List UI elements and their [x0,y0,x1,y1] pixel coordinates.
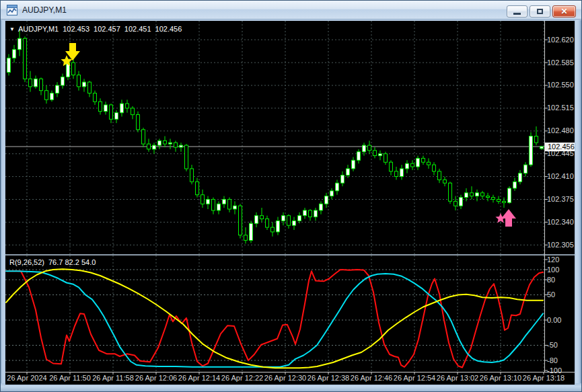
restore-button[interactable] [530,5,550,17]
candle-body [34,79,38,87]
candle-body [158,141,161,145]
candle-body [400,169,404,177]
ohlc-close: 102.456 [155,25,182,33]
candle-body [115,113,118,120]
candle-body [153,145,156,149]
candle-body [217,204,221,210]
candle-body [476,193,479,196]
time-axis-label: 26 Apr 12:22 [221,374,263,382]
chart-client-area: ▼AUDJPY,M1102.453102.457102.451102.456 R… [5,21,575,385]
candle-body [411,163,414,167]
candle-body [77,75,81,87]
candle-body [7,58,11,72]
minimize-button[interactable] [507,5,528,17]
oscillator-axis-label: 50 [547,290,555,299]
minimize-icon [513,13,521,15]
candle-body [293,221,296,225]
candle-body [260,216,264,219]
candle-body [239,206,242,235]
candle-body [61,77,65,85]
time-axis-label: 26 Apr 13:02 [437,374,478,382]
indicator-name: R(9,26,52) [9,258,44,266]
candle-body [347,169,350,175]
candle-body [271,227,275,232]
candle-body [13,50,16,58]
candle-body [212,200,215,211]
oscillator-axis-label: 100 [547,266,559,274]
time-axis-label: 26 Apr 12:14 [178,374,220,382]
candle-body [363,145,366,152]
indicator-label: R(9,26,52)76.7 82.2 54.0 [9,258,100,266]
candle-body [83,82,86,87]
candle-body [110,105,113,119]
candle-body [18,38,22,49]
candle-body [196,182,199,194]
candle-body [277,221,280,232]
time-axis-label: 26 Apr 13:18 [523,374,565,382]
candle-body [244,235,248,241]
candle-body [481,193,484,196]
candle-body [99,102,102,112]
candle-body [320,204,323,210]
candle-body [454,201,458,206]
candle-body [314,210,318,217]
candle-body [287,216,291,226]
candle-body [422,158,425,162]
price-axis-label: 102.305 [547,241,574,249]
chart-canvas[interactable] [5,21,575,385]
time-axis-label: 26 Apr 12:30 [264,374,306,382]
candle-body [207,200,210,204]
candle-body [406,163,409,169]
oscillator-axis-label: 0.00 [547,316,561,324]
chart-ohlc-header[interactable]: ▼AUDJPY,M1102.453102.457102.451102.456 [9,25,186,33]
chart-window-icon [7,5,17,15]
application-window: AUDJPY,M1 ✕ ▼AUDJPY,M1102.453102.457102.… [0,0,582,392]
price-axis-label: 102.375 [547,195,574,203]
candle-body [72,63,75,75]
candle-body [540,147,544,149]
candle-body [40,79,43,90]
candle-body [29,79,32,87]
window-titlebar[interactable]: AUDJPY,M1 ✕ [1,1,581,19]
candle-body [50,93,54,100]
price-axis-label: 102.515 [547,104,574,112]
candle-body [94,93,97,102]
time-axis-label: 26 Apr 2024 [7,374,46,382]
ohlc-high: 102.457 [94,25,120,33]
candle-body [45,91,48,100]
price-axis-label: 102.620 [547,36,574,44]
time-axis-label: 26 Apr 11:50 [49,374,91,382]
candle-body [120,104,124,113]
candle-body [303,210,307,216]
candle-body [357,152,361,161]
oscillator-axis-label: -50 [547,341,558,349]
candle-body [325,196,328,204]
candle-body [497,200,501,202]
candle-body [223,200,226,204]
candle-body [535,136,538,143]
pane-divider[interactable] [5,254,575,256]
time-axis-label: 26 Apr 12:46 [351,374,392,382]
candle-body [169,143,172,144]
candle-body [508,188,511,202]
candle-body [503,201,506,202]
candle-body [341,175,344,184]
price-axis-label: 102.340 [547,218,574,226]
candle-body [513,182,517,188]
candle-body [379,154,382,156]
candle-body [228,200,231,210]
candle-body [266,219,269,228]
candle-body [88,82,92,93]
price-axis-label: 102.410 [547,172,574,180]
candle-body [416,158,420,167]
restore-icon [537,9,543,14]
candle-body [524,165,528,173]
chevron-down-icon[interactable]: ▼ [9,26,15,32]
candle-body [185,145,188,169]
candle-body [126,104,129,108]
current-price-badge: 102.456 [545,143,575,151]
candle-body [142,130,145,144]
candle-body [56,85,59,93]
close-button[interactable]: ✕ [552,5,576,17]
candle-body [131,108,135,115]
